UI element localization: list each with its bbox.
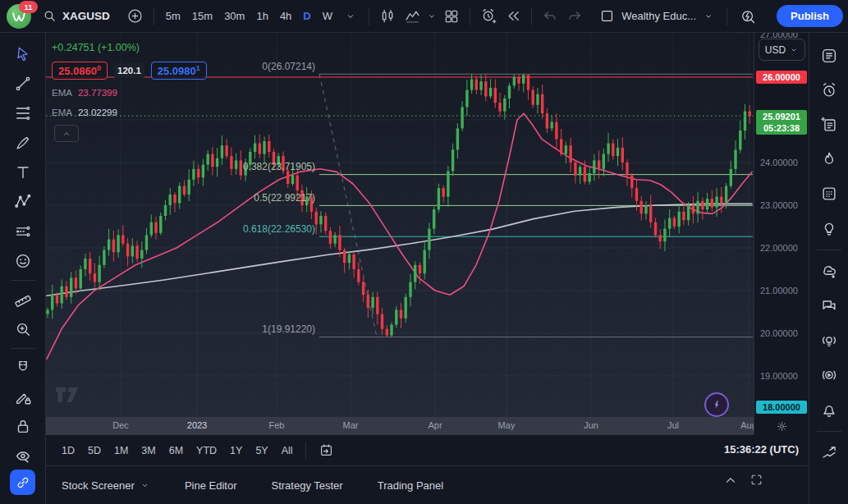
- range-button-3M[interactable]: 3M: [135, 442, 162, 460]
- chart-style-button[interactable]: [375, 3, 400, 30]
- drawing-mode-tool[interactable]: [9, 383, 37, 412]
- emoji-tool[interactable]: [9, 246, 37, 276]
- layout-grid-button[interactable]: [439, 3, 464, 30]
- projection-icon: [14, 222, 32, 241]
- lock-drawings-tool[interactable]: [9, 412, 37, 442]
- undo-button[interactable]: [538, 3, 562, 30]
- chart-pane[interactable]: [45, 32, 754, 417]
- indicators-menu-button[interactable]: [424, 3, 439, 30]
- range-button-1M[interactable]: 1M: [108, 442, 135, 460]
- chevron-up-icon: [723, 473, 738, 488]
- bar-replay-button[interactable]: [501, 3, 525, 30]
- symbol-label: XAGUSD: [62, 10, 110, 22]
- currency-label: USD: [765, 44, 786, 56]
- indicators-button[interactable]: [400, 3, 424, 30]
- notifications-tool[interactable]: [815, 392, 843, 427]
- multichart-tool[interactable]: [815, 436, 843, 470]
- ruler-tool[interactable]: [9, 285, 37, 314]
- hide-drawings-icon: [14, 447, 32, 465]
- bottom-tab-strategy-tester[interactable]: Strategy Tester: [271, 479, 342, 492]
- bottom-tab-pine-editor[interactable]: Pine Editor: [185, 479, 237, 492]
- currency-selector[interactable]: USD: [759, 39, 805, 61]
- toolbar-divider: [11, 348, 35, 349]
- boost-badge[interactable]: [704, 392, 729, 417]
- symbol-search[interactable]: XAGUSD: [43, 9, 110, 23]
- timeframe-button-30m[interactable]: 30m: [218, 4, 250, 29]
- price-axis[interactable]: USD 27.0000024.0000023.0000022.0000021.0…: [754, 32, 809, 435]
- panel-maximize-button[interactable]: [749, 473, 763, 488]
- cursor-tool[interactable]: [9, 39, 37, 69]
- collapse-legend-button[interactable]: [54, 125, 79, 142]
- live-ideas-tool[interactable]: [815, 323, 843, 358]
- minds-tool[interactable]: [815, 254, 843, 289]
- ema-slow-legend[interactable]: EMA 23.02299: [52, 108, 117, 117]
- zoom-in-tool[interactable]: [9, 314, 37, 344]
- brush-tool[interactable]: [9, 128, 37, 158]
- watchlist-tool[interactable]: [815, 39, 843, 73]
- drawing-toolbar: [0, 32, 46, 504]
- axis-settings-cell[interactable]: [754, 417, 809, 435]
- time-axis[interactable]: Dec2023FebMarAprMayJunJulAug: [45, 417, 754, 435]
- buy-button[interactable]: 25.09801: [151, 62, 207, 80]
- range-button-All[interactable]: All: [275, 442, 300, 460]
- bottom-tab-trading-panel[interactable]: Trading Panel: [378, 479, 443, 492]
- last-price-badge[interactable]: 25.0920105:23:38: [756, 110, 807, 135]
- trend-line-tool[interactable]: [9, 69, 37, 99]
- alerts-tool[interactable]: [815, 73, 843, 108]
- redo-button[interactable]: [562, 3, 587, 30]
- panel-expand-button[interactable]: [723, 473, 738, 488]
- indicators-icon: [404, 7, 421, 25]
- legend-change-row: +0.24751 (+1.00%): [52, 42, 140, 53]
- timeframe-button-4h[interactable]: 4h: [274, 4, 297, 29]
- toolbar-separator: [369, 7, 369, 25]
- publish-button[interactable]: Publish: [777, 5, 843, 27]
- ruler-icon: [14, 291, 32, 309]
- low-alert-badge[interactable]: 18.00000: [756, 401, 807, 414]
- notes-add-tool[interactable]: [815, 108, 843, 142]
- price-tick: 27.00000: [760, 32, 798, 39]
- timeframe-button-5m[interactable]: 5m: [160, 4, 186, 29]
- compare-add-button[interactable]: [123, 3, 148, 30]
- link-drawings-button[interactable]: [10, 470, 35, 495]
- price-tick: 21.00000: [760, 286, 798, 296]
- xabcd-pattern-tool[interactable]: [9, 187, 37, 217]
- time-tick: Aug: [740, 420, 754, 430]
- timeframe-menu-button[interactable]: [338, 3, 363, 30]
- goto-date-button[interactable]: [312, 439, 341, 461]
- timeframe-button-W[interactable]: W: [317, 4, 338, 29]
- range-button-5Y[interactable]: 5Y: [249, 442, 274, 460]
- hide-drawings-tool[interactable]: [9, 442, 37, 471]
- sell-button[interactable]: 25.08600: [52, 62, 108, 80]
- quick-search-bolt-icon[interactable]: [740, 8, 756, 25]
- fib-retracement-tool[interactable]: [9, 99, 37, 128]
- calendar-tool[interactable]: [815, 176, 843, 211]
- streams-tool[interactable]: [815, 358, 843, 392]
- layout-account-menu[interactable]: Wealthy Educ...: [599, 7, 756, 25]
- alert-price-badge[interactable]: 26.00000: [756, 71, 807, 84]
- chat-tool[interactable]: [815, 289, 843, 323]
- grid-layout-icon: [443, 8, 460, 25]
- timeframe-button-1h[interactable]: 1h: [250, 4, 273, 29]
- server-clock[interactable]: 15:36:22 (UTC): [724, 443, 799, 456]
- create-alert-button[interactable]: [476, 3, 501, 30]
- fib-level-label: 0.5(22.99217): [254, 192, 315, 204]
- projection-tool[interactable]: [9, 217, 37, 246]
- alerts-icon: [820, 81, 838, 99]
- wealthy-education-logo[interactable]: 11: [7, 4, 31, 29]
- magnet-tool[interactable]: [9, 353, 37, 383]
- timeframe-button-D[interactable]: D: [297, 4, 316, 29]
- hotlist-tool[interactable]: [815, 142, 843, 176]
- trend-line-icon: [14, 75, 32, 93]
- ema-fast-legend[interactable]: EMA 23.77399: [52, 88, 117, 98]
- range-button-1Y[interactable]: 1Y: [223, 442, 249, 460]
- timeframe-button-15m[interactable]: 15m: [186, 4, 218, 29]
- range-button-6M[interactable]: 6M: [163, 442, 190, 460]
- range-button-1D[interactable]: 1D: [55, 442, 81, 460]
- text-tool[interactable]: [9, 158, 37, 187]
- bottom-tab-stock-screener[interactable]: Stock Screener: [62, 479, 150, 492]
- maximize-icon: [749, 473, 763, 487]
- range-button-5D[interactable]: 5D: [81, 442, 108, 460]
- range-button-YTD[interactable]: YTD: [190, 442, 223, 460]
- ideas-tool[interactable]: [815, 211, 843, 245]
- layout-name: Wealthy Educ...: [621, 10, 696, 22]
